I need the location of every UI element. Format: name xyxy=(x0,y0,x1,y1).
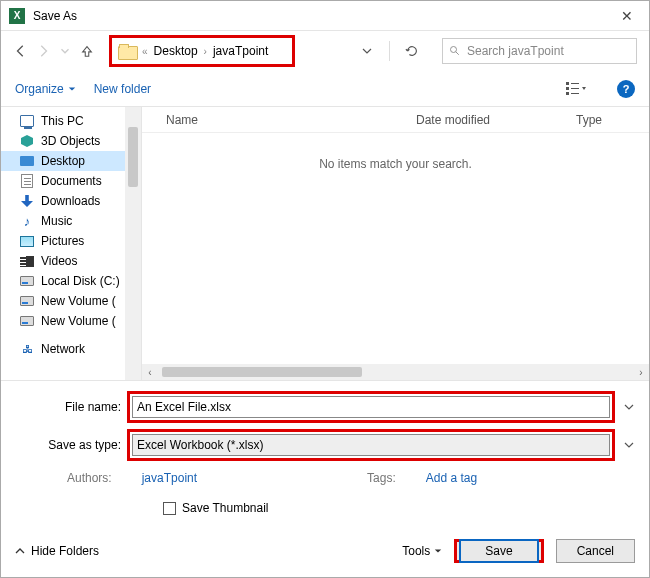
toolbar: Organize New folder ? xyxy=(1,71,649,107)
breadcrumb-desktop[interactable]: Desktop xyxy=(154,44,198,58)
filename-label: File name: xyxy=(13,400,121,414)
tree-documents[interactable]: Documents xyxy=(1,171,141,191)
up-button[interactable] xyxy=(79,43,95,59)
breadcrumb-prefix: « xyxy=(142,46,148,57)
svg-point-0 xyxy=(451,47,457,53)
savetype-combo[interactable]: Excel Workbook (*.xlsx) xyxy=(132,434,610,456)
organize-button[interactable]: Organize xyxy=(15,82,76,96)
tree-network[interactable]: 🖧Network xyxy=(1,339,141,359)
svg-rect-7 xyxy=(571,93,579,94)
window-title: Save As xyxy=(33,9,613,23)
chevron-down-icon xyxy=(434,547,442,555)
column-date[interactable]: Date modified xyxy=(416,113,576,127)
tree-local-disk-c[interactable]: Local Disk (C:) xyxy=(1,271,141,291)
tree-3d-objects[interactable]: 3D Objects xyxy=(1,131,141,151)
tree-music[interactable]: ♪Music xyxy=(1,211,141,231)
back-button[interactable] xyxy=(13,43,29,59)
filename-row: File name: xyxy=(13,391,637,423)
separator xyxy=(389,41,390,61)
sidebar-scrollbar[interactable] xyxy=(125,107,141,380)
disk-icon xyxy=(20,316,34,326)
search-icon xyxy=(449,45,461,57)
help-button[interactable]: ? xyxy=(617,80,635,98)
network-icon: 🖧 xyxy=(19,342,35,356)
footer: Hide Folders Tools Save Cancel xyxy=(1,525,649,577)
forward-button[interactable] xyxy=(35,43,51,59)
pc-icon xyxy=(20,115,34,127)
savetype-label: Save as type: xyxy=(13,438,121,452)
authors-value[interactable]: javaTpoint xyxy=(142,471,197,485)
hide-folders-button[interactable]: Hide Folders xyxy=(15,544,99,558)
cancel-button[interactable]: Cancel xyxy=(556,539,635,563)
recent-dropdown[interactable] xyxy=(57,43,73,59)
chevron-down-icon xyxy=(68,85,76,93)
tree-downloads[interactable]: Downloads xyxy=(1,191,141,211)
view-options-button[interactable] xyxy=(563,78,589,100)
file-list: Name Date modified Type No items match y… xyxy=(141,107,649,380)
videos-icon xyxy=(20,256,34,267)
tree-new-volume-1[interactable]: New Volume ( xyxy=(1,291,141,311)
column-name[interactable]: Name xyxy=(166,113,416,127)
save-thumbnail-row: Save Thumbnail xyxy=(13,501,637,515)
pictures-icon xyxy=(20,236,34,247)
titlebar: X Save As ✕ xyxy=(1,1,649,31)
scroll-left-button[interactable]: ‹ xyxy=(142,364,158,380)
savetype-dropdown[interactable] xyxy=(621,440,637,450)
folder-icon xyxy=(118,44,136,58)
address-bar[interactable]: « Desktop › javaTpoint xyxy=(109,35,295,67)
column-type[interactable]: Type xyxy=(576,113,649,127)
filename-dropdown[interactable] xyxy=(621,402,637,412)
save-button[interactable]: Save xyxy=(459,539,538,563)
tags-label: Tags: xyxy=(367,471,396,485)
desktop-icon xyxy=(20,156,34,166)
meta-row: Authors: javaTpoint Tags: Add a tag xyxy=(13,471,637,485)
horizontal-scrollbar[interactable]: ‹ › xyxy=(142,364,649,380)
tools-button[interactable]: Tools xyxy=(402,544,442,558)
address-dropdown[interactable] xyxy=(357,39,377,63)
excel-icon: X xyxy=(9,8,25,24)
breadcrumb-javatpoint[interactable]: javaTpoint xyxy=(213,44,268,58)
svg-rect-2 xyxy=(566,82,569,85)
svg-rect-6 xyxy=(571,88,579,89)
body: This PC 3D Objects Desktop Documents Dow… xyxy=(1,107,649,380)
bottom-panel: File name: Save as type: Excel Workbook … xyxy=(1,380,649,525)
tree-videos[interactable]: Videos xyxy=(1,251,141,271)
download-icon xyxy=(21,195,33,207)
authors-label: Authors: xyxy=(67,471,112,485)
refresh-button[interactable] xyxy=(402,41,422,61)
svg-line-1 xyxy=(456,52,459,55)
document-icon xyxy=(21,174,33,188)
search-input[interactable]: Search javaTpoint xyxy=(442,38,637,64)
disk-icon xyxy=(20,276,34,286)
close-button[interactable]: ✕ xyxy=(613,4,641,28)
save-as-dialog: X Save As ✕ « Desktop › javaTpoint xyxy=(0,0,650,578)
column-headers[interactable]: Name Date modified Type xyxy=(142,107,649,133)
svg-rect-4 xyxy=(566,92,569,95)
sidebar: This PC 3D Objects Desktop Documents Dow… xyxy=(1,107,141,380)
savetype-value: Excel Workbook (*.xlsx) xyxy=(137,438,263,452)
nav-row: « Desktop › javaTpoint Search javaTpoint xyxy=(1,31,649,71)
chevron-right-icon: › xyxy=(204,46,207,57)
cube-icon xyxy=(21,135,33,147)
svg-rect-3 xyxy=(566,87,569,90)
scroll-right-button[interactable]: › xyxy=(633,364,649,380)
save-thumbnail-checkbox[interactable] xyxy=(163,502,176,515)
save-button-highlight: Save xyxy=(454,539,543,563)
scrollbar-thumb[interactable] xyxy=(162,367,362,377)
empty-message: No items match your search. xyxy=(142,133,649,171)
disk-icon xyxy=(20,296,34,306)
save-thumbnail-label: Save Thumbnail xyxy=(182,501,269,515)
tree-pictures[interactable]: Pictures xyxy=(1,231,141,251)
tree-desktop[interactable]: Desktop xyxy=(1,151,141,171)
savetype-row: Save as type: Excel Workbook (*.xlsx) xyxy=(13,429,637,461)
tree-this-pc[interactable]: This PC xyxy=(1,111,141,131)
music-icon: ♪ xyxy=(19,214,35,228)
tree-new-volume-2[interactable]: New Volume ( xyxy=(1,311,141,331)
tags-value[interactable]: Add a tag xyxy=(426,471,477,485)
svg-rect-5 xyxy=(571,83,579,84)
filename-input[interactable] xyxy=(132,396,610,418)
chevron-up-icon xyxy=(15,546,25,556)
new-folder-button[interactable]: New folder xyxy=(94,82,151,96)
search-placeholder: Search javaTpoint xyxy=(467,44,564,58)
